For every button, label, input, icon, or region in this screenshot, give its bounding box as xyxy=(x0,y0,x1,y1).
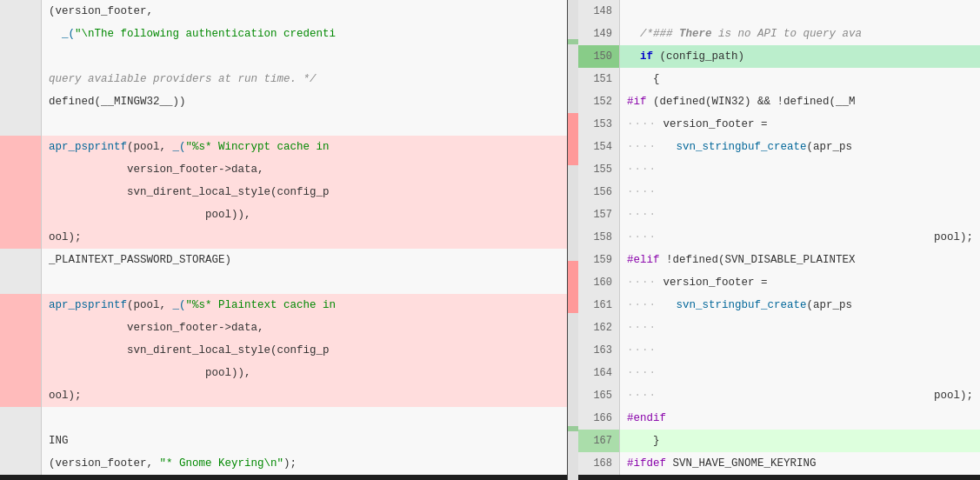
diff-gutter xyxy=(568,0,578,480)
table-row: pool)), xyxy=(0,362,567,384)
table-row: 158 ····pool); xyxy=(578,226,980,249)
table-row: 167 } xyxy=(578,430,980,452)
table-row: 165 ····pool); xyxy=(578,384,980,407)
table-row: 148 xyxy=(578,0,980,23)
table-row: _PLAINTEXT_PASSWORD_STORAGE) xyxy=(0,249,567,271)
table-row xyxy=(0,113,567,136)
table-row: 166 #endif xyxy=(578,407,980,430)
table-row: 155 ···· xyxy=(578,158,980,181)
table-row: ool); xyxy=(0,384,567,407)
table-row: apr_psprintf(pool, _("%s* Plaintext cach… xyxy=(0,294,567,317)
table-row: version_footer->data, xyxy=(0,317,567,339)
table-row xyxy=(0,45,567,68)
table-row: 159 #elif !defined(SVN_DISABLE_PLAINTEX xyxy=(578,249,980,271)
table-row: svn_dirent_local_style(config_p xyxy=(0,181,567,203)
table-row: (version_footer, "* Gnome Keyring\n"); xyxy=(0,452,567,475)
table-row: pool)), xyxy=(0,203,567,226)
table-row: 157 ···· xyxy=(578,203,980,226)
gutter-marker-green-2 xyxy=(568,426,578,431)
table-row: version_footer->data, xyxy=(0,158,567,181)
table-row: _("\nThe following authentication creden… xyxy=(0,23,567,45)
table-row: 162 ···· xyxy=(578,317,980,339)
gutter-marker-red-1 xyxy=(568,113,578,165)
table-row: 154 ···· svn_stringbuf_create(apr_ps xyxy=(578,136,980,158)
table-row: 152 #if (defined(WIN32) && !defined(__M xyxy=(578,90,980,113)
table-row: query available providers at run time. *… xyxy=(0,68,567,90)
table-row: 163 ···· xyxy=(578,339,980,362)
table-row: 156 ···· xyxy=(578,181,980,203)
table-row: apr_psprintf(pool, _("%s* Wincrypt cache… xyxy=(0,136,567,158)
table-row: 160 ···· version_footer = xyxy=(578,271,980,294)
table-row: 164 ···· xyxy=(578,362,980,384)
left-diff-panel[interactable]: (version_footer, _("\nThe following auth… xyxy=(0,0,568,480)
table-row: (version_footer, xyxy=(0,0,567,23)
diff-view: (version_footer, _("\nThe following auth… xyxy=(0,0,980,480)
table-row: 168 #ifdef SVN_HAVE_GNOME_KEYRING xyxy=(578,452,980,475)
table-row: ool); xyxy=(0,226,567,249)
table-row: 153 ···· version_footer = xyxy=(578,113,980,136)
table-row: 149 /*### There is no API to query ava xyxy=(578,23,980,45)
table-row xyxy=(0,271,567,294)
gutter-marker-red-2 xyxy=(568,261,578,313)
gutter-marker-green xyxy=(568,39,578,44)
table-row: svn_dirent_local_style(config_p xyxy=(0,339,567,362)
right-diff-panel[interactable]: 148 149 /*### There is no API to query a… xyxy=(578,0,980,480)
table-row: 151 { xyxy=(578,68,980,90)
table-row: ING xyxy=(0,430,567,452)
table-row: defined(__MINGW32__)) xyxy=(0,90,567,113)
table-row: 150 if (config_path) xyxy=(578,45,980,68)
table-row: 161 ···· svn_stringbuf_create(apr_ps xyxy=(578,294,980,317)
table-row xyxy=(0,407,567,430)
